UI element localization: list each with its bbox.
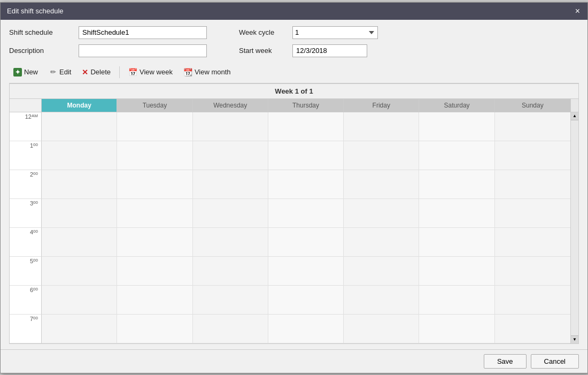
- time-cell-tue-5am[interactable]: [117, 257, 192, 286]
- day-header-saturday[interactable]: Saturday: [419, 99, 494, 112]
- week-cycle-select[interactable]: 1 2 3 4: [292, 26, 378, 39]
- time-cell-thu-2am[interactable]: [268, 170, 344, 199]
- day-header-monday[interactable]: Monday: [42, 99, 117, 112]
- time-cell-tue-4am[interactable]: [117, 228, 192, 257]
- time-col-header: [10, 99, 42, 112]
- new-button[interactable]: ✦ New: [9, 66, 42, 79]
- time-cell-tue-2am[interactable]: [117, 170, 192, 199]
- time-cell-tue-7am[interactable]: [117, 315, 192, 343]
- time-cell-sat-1am[interactable]: [419, 141, 494, 170]
- delete-icon: ✕: [82, 68, 88, 76]
- scrollbar-track-area[interactable]: [571, 120, 578, 335]
- scrollbar-up-button[interactable]: ▲: [571, 112, 578, 120]
- day-header-friday[interactable]: Friday: [344, 99, 419, 112]
- time-cell-sat-6am[interactable]: [419, 286, 494, 315]
- time-cell-thu-7am[interactable]: [268, 315, 344, 343]
- time-label-4am: 400: [10, 228, 42, 257]
- time-cell-tue-12am[interactable]: [117, 112, 192, 141]
- time-cell-wed-2am[interactable]: [193, 170, 268, 199]
- save-button[interactable]: Save: [484, 354, 527, 369]
- time-cell-thu-4am[interactable]: [268, 228, 344, 257]
- new-label: New: [24, 68, 38, 76]
- time-label-3am: 300: [10, 199, 42, 228]
- time-cell-mon-5am[interactable]: [42, 257, 117, 286]
- time-cell-sat-4am[interactable]: [419, 228, 494, 257]
- time-cell-fri-4am[interactable]: [344, 228, 419, 257]
- time-cell-thu-1am[interactable]: [268, 141, 344, 170]
- time-cell-tue-1am[interactable]: [117, 141, 192, 170]
- day-header-wednesday[interactable]: Wednesday: [193, 99, 268, 112]
- time-cell-thu-5am[interactable]: [268, 257, 344, 286]
- view-month-button[interactable]: 📆 View month: [179, 66, 235, 79]
- time-cell-sun-3am[interactable]: [495, 199, 570, 228]
- edit-icon: ✏: [49, 68, 57, 76]
- time-cell-tue-6am[interactable]: [117, 286, 192, 315]
- shift-schedule-label: Shift schedule: [9, 28, 79, 36]
- delete-label: Delete: [90, 68, 111, 76]
- days-grid: Monday Tuesday Wednesday Thursday Friday…: [10, 99, 570, 112]
- time-cell-wed-1am[interactable]: [193, 141, 268, 170]
- close-button[interactable]: ×: [574, 7, 581, 16]
- view-week-icon: 📅: [128, 68, 137, 76]
- time-cell-thu-6am[interactable]: [268, 286, 344, 315]
- view-week-label: View week: [140, 68, 173, 76]
- scrollbar-down-button[interactable]: ▼: [571, 335, 578, 343]
- week-cycle-label: Week cycle: [239, 28, 292, 36]
- time-cell-mon-7am[interactable]: [42, 315, 117, 343]
- week-header: Week 1 of 1: [10, 84, 578, 99]
- time-label-7am: 700: [10, 315, 42, 343]
- time-cell-wed-6am[interactable]: [193, 286, 268, 315]
- time-cell-fri-6am[interactable]: [344, 286, 419, 315]
- time-cell-wed-4am[interactable]: [193, 228, 268, 257]
- time-cell-mon-12am[interactable]: [42, 112, 117, 141]
- time-cell-sun-6am[interactable]: [495, 286, 570, 315]
- vertical-scrollbar[interactable]: ▲ ▼: [570, 112, 578, 343]
- time-cell-tue-3am[interactable]: [117, 199, 192, 228]
- time-cell-fri-12am[interactable]: [344, 112, 419, 141]
- time-cell-wed-5am[interactable]: [193, 257, 268, 286]
- time-cell-sat-12am[interactable]: [419, 112, 494, 141]
- delete-button[interactable]: ✕ Delete: [78, 66, 115, 79]
- time-cell-mon-3am[interactable]: [42, 199, 117, 228]
- description-input[interactable]: [79, 44, 207, 57]
- day-header-tuesday[interactable]: Tuesday: [117, 99, 192, 112]
- view-week-button[interactable]: 📅 View week: [124, 66, 177, 79]
- edit-label: Edit: [59, 68, 71, 76]
- time-cell-sun-12am[interactable]: [495, 112, 570, 141]
- day-header-thursday[interactable]: Thursday: [268, 99, 344, 112]
- time-cell-thu-12am[interactable]: [268, 112, 344, 141]
- week-cycle-group: Week cycle 1 2 3 4: [239, 26, 378, 39]
- time-cell-sun-7am[interactable]: [495, 315, 570, 343]
- time-cell-fri-3am[interactable]: [344, 199, 419, 228]
- time-cell-sat-2am[interactable]: [419, 170, 494, 199]
- time-label-2am: 200: [10, 170, 42, 199]
- time-cell-sun-1am[interactable]: [495, 141, 570, 170]
- time-cell-sat-5am[interactable]: [419, 257, 494, 286]
- start-week-input[interactable]: [292, 44, 367, 57]
- description-row: Description Start week: [9, 44, 579, 57]
- time-cell-mon-4am[interactable]: [42, 228, 117, 257]
- time-cell-thu-3am[interactable]: [268, 199, 344, 228]
- time-cell-sun-2am[interactable]: [495, 170, 570, 199]
- start-week-label: Start week: [239, 47, 292, 55]
- edit-button[interactable]: ✏ Edit: [44, 66, 75, 79]
- time-cell-wed-7am[interactable]: [193, 315, 268, 343]
- time-cell-mon-2am[interactable]: [42, 170, 117, 199]
- time-cell-wed-12am[interactable]: [193, 112, 268, 141]
- time-cell-fri-7am[interactable]: [344, 315, 419, 343]
- time-cell-mon-6am[interactable]: [42, 286, 117, 315]
- time-cell-fri-1am[interactable]: [344, 141, 419, 170]
- time-cell-mon-1am[interactable]: [42, 141, 117, 170]
- dialog-title: Edit shift schedule: [7, 7, 64, 15]
- time-cell-sat-3am[interactable]: [419, 199, 494, 228]
- view-month-label: View month: [195, 68, 231, 76]
- time-cell-sat-7am[interactable]: [419, 315, 494, 343]
- day-header-sunday[interactable]: Sunday: [495, 99, 570, 112]
- time-cell-fri-2am[interactable]: [344, 170, 419, 199]
- time-cell-wed-3am[interactable]: [193, 199, 268, 228]
- shift-schedule-input[interactable]: [79, 26, 207, 39]
- cancel-button[interactable]: Cancel: [531, 354, 579, 369]
- time-cell-sun-4am[interactable]: [495, 228, 570, 257]
- time-cell-sun-5am[interactable]: [495, 257, 570, 286]
- time-cell-fri-5am[interactable]: [344, 257, 419, 286]
